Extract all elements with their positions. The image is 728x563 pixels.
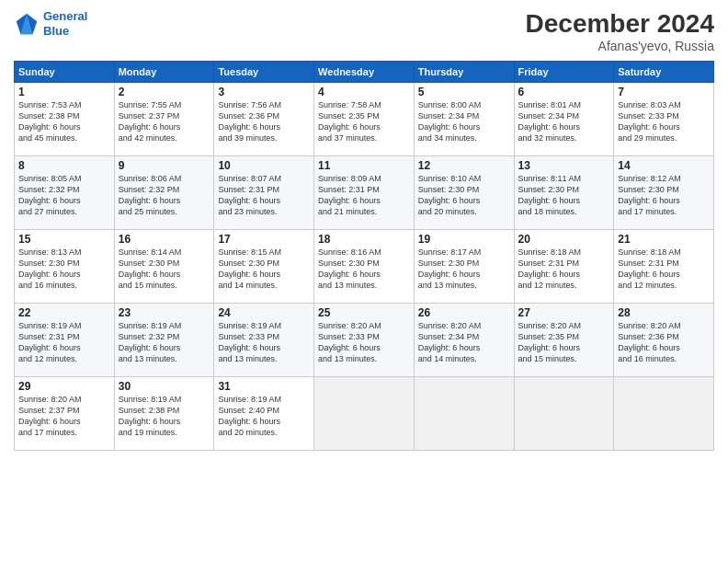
day-detail: Sunrise: 8:20 AM Sunset: 2:36 PM Dayligh…	[618, 320, 710, 365]
day-number: 2	[119, 86, 210, 98]
calendar-cell: 14Sunrise: 8:12 AM Sunset: 2:30 PM Dayli…	[614, 156, 714, 230]
day-number: 17	[218, 233, 310, 246]
day-number: 8	[18, 159, 110, 172]
logo-line1: General	[43, 9, 87, 23]
location: Afanas'yevo, Russia	[526, 39, 714, 53]
month-title: December 2024	[526, 9, 714, 39]
day-number: 7	[618, 86, 710, 98]
calendar-cell: 19Sunrise: 8:17 AM Sunset: 2:30 PM Dayli…	[414, 230, 514, 304]
header-tuesday: Tuesday	[214, 62, 314, 83]
day-number: 24	[218, 306, 310, 319]
calendar-cell: 17Sunrise: 8:15 AM Sunset: 2:30 PM Dayli…	[214, 230, 314, 304]
calendar-cell: 24Sunrise: 8:19 AM Sunset: 2:33 PM Dayli…	[214, 304, 314, 377]
header-saturday: Saturday	[614, 62, 714, 83]
day-detail: Sunrise: 8:20 AM Sunset: 2:35 PM Dayligh…	[518, 320, 610, 365]
header-thursday: Thursday	[414, 62, 514, 83]
calendar-cell	[414, 377, 514, 451]
calendar-cell: 21Sunrise: 8:18 AM Sunset: 2:31 PM Dayli…	[614, 230, 714, 304]
calendar-week-2: 8Sunrise: 8:05 AM Sunset: 2:32 PM Daylig…	[15, 156, 714, 230]
calendar-cell: 15Sunrise: 8:13 AM Sunset: 2:30 PM Dayli…	[15, 230, 115, 304]
day-detail: Sunrise: 8:18 AM Sunset: 2:31 PM Dayligh…	[518, 247, 610, 292]
day-detail: Sunrise: 8:19 AM Sunset: 2:33 PM Dayligh…	[218, 320, 310, 365]
calendar-cell: 26Sunrise: 8:20 AM Sunset: 2:34 PM Dayli…	[414, 304, 514, 377]
calendar-cell	[314, 377, 415, 451]
calendar-cell: 1Sunrise: 7:53 AM Sunset: 2:38 PM Daylig…	[15, 83, 115, 156]
day-detail: Sunrise: 8:11 AM Sunset: 2:30 PM Dayligh…	[518, 173, 610, 218]
day-detail: Sunrise: 8:09 AM Sunset: 2:31 PM Dayligh…	[318, 173, 410, 218]
calendar-cell: 5Sunrise: 8:00 AM Sunset: 2:34 PM Daylig…	[414, 83, 514, 156]
calendar-cell: 13Sunrise: 8:11 AM Sunset: 2:30 PM Dayli…	[514, 156, 614, 230]
day-number: 14	[618, 159, 710, 172]
header-sunday: Sunday	[15, 62, 115, 83]
day-number: 5	[418, 86, 510, 98]
day-number: 9	[119, 159, 210, 172]
day-detail: Sunrise: 8:17 AM Sunset: 2:30 PM Dayligh…	[418, 247, 510, 292]
day-number: 26	[418, 306, 510, 319]
day-detail: Sunrise: 7:55 AM Sunset: 2:37 PM Dayligh…	[119, 99, 210, 144]
day-number: 18	[318, 233, 410, 246]
calendar-table: Sunday Monday Tuesday Wednesday Thursday…	[14, 61, 714, 451]
day-detail: Sunrise: 8:10 AM Sunset: 2:30 PM Dayligh…	[418, 173, 510, 218]
day-detail: Sunrise: 8:07 AM Sunset: 2:31 PM Dayligh…	[218, 173, 310, 218]
calendar-cell: 12Sunrise: 8:10 AM Sunset: 2:30 PM Dayli…	[414, 156, 514, 230]
day-number: 16	[119, 233, 210, 246]
day-number: 11	[318, 159, 410, 172]
day-number: 13	[518, 159, 610, 172]
calendar-cell: 6Sunrise: 8:01 AM Sunset: 2:34 PM Daylig…	[514, 83, 614, 156]
day-detail: Sunrise: 8:19 AM Sunset: 2:31 PM Dayligh…	[18, 320, 110, 365]
day-number: 27	[518, 306, 610, 319]
day-number: 15	[18, 233, 110, 246]
calendar-cell: 7Sunrise: 8:03 AM Sunset: 2:33 PM Daylig…	[614, 83, 714, 156]
day-detail: Sunrise: 8:19 AM Sunset: 2:40 PM Dayligh…	[218, 394, 310, 439]
header-wednesday: Wednesday	[314, 62, 415, 83]
day-number: 3	[218, 86, 310, 98]
calendar-cell: 25Sunrise: 8:20 AM Sunset: 2:33 PM Dayli…	[314, 304, 415, 377]
day-detail: Sunrise: 8:19 AM Sunset: 2:32 PM Dayligh…	[119, 320, 210, 365]
day-detail: Sunrise: 8:20 AM Sunset: 2:34 PM Dayligh…	[418, 320, 510, 365]
calendar-body: 1Sunrise: 7:53 AM Sunset: 2:38 PM Daylig…	[15, 83, 714, 451]
day-number: 22	[18, 306, 110, 319]
header-monday: Monday	[114, 62, 214, 83]
calendar-cell: 31Sunrise: 8:19 AM Sunset: 2:40 PM Dayli…	[214, 377, 314, 451]
day-number: 23	[119, 306, 210, 319]
header-friday: Friday	[514, 62, 614, 83]
calendar-week-4: 22Sunrise: 8:19 AM Sunset: 2:31 PM Dayli…	[15, 304, 714, 377]
day-detail: Sunrise: 8:20 AM Sunset: 2:33 PM Dayligh…	[318, 320, 410, 365]
day-number: 10	[218, 159, 310, 172]
day-detail: Sunrise: 8:18 AM Sunset: 2:31 PM Dayligh…	[618, 247, 710, 292]
day-detail: Sunrise: 8:20 AM Sunset: 2:37 PM Dayligh…	[18, 394, 110, 439]
day-detail: Sunrise: 8:03 AM Sunset: 2:33 PM Dayligh…	[618, 99, 710, 144]
calendar-cell: 4Sunrise: 7:58 AM Sunset: 2:35 PM Daylig…	[314, 83, 415, 156]
day-number: 29	[18, 380, 110, 393]
calendar-week-1: 1Sunrise: 7:53 AM Sunset: 2:38 PM Daylig…	[15, 83, 714, 156]
day-detail: Sunrise: 7:58 AM Sunset: 2:35 PM Dayligh…	[318, 99, 410, 144]
day-number: 4	[318, 86, 410, 98]
calendar-week-5: 29Sunrise: 8:20 AM Sunset: 2:37 PM Dayli…	[15, 377, 714, 451]
calendar-cell	[614, 377, 714, 451]
day-detail: Sunrise: 7:53 AM Sunset: 2:38 PM Dayligh…	[18, 99, 110, 144]
logo-icon	[14, 11, 40, 37]
calendar-cell: 3Sunrise: 7:56 AM Sunset: 2:36 PM Daylig…	[214, 83, 314, 156]
header: General Blue December 2024 Afanas'yevo, …	[14, 9, 714, 53]
calendar-cell	[514, 377, 614, 451]
calendar-cell: 27Sunrise: 8:20 AM Sunset: 2:35 PM Dayli…	[514, 304, 614, 377]
day-number: 25	[318, 306, 410, 319]
day-number: 1	[18, 86, 110, 98]
day-detail: Sunrise: 8:16 AM Sunset: 2:30 PM Dayligh…	[318, 247, 410, 292]
day-number: 19	[418, 233, 510, 246]
page-container: General Blue December 2024 Afanas'yevo, …	[0, 0, 728, 455]
logo-line2: Blue	[43, 24, 69, 38]
logo: General Blue	[14, 9, 87, 38]
calendar-cell: 2Sunrise: 7:55 AM Sunset: 2:37 PM Daylig…	[114, 83, 214, 156]
calendar-cell: 8Sunrise: 8:05 AM Sunset: 2:32 PM Daylig…	[15, 156, 115, 230]
day-detail: Sunrise: 8:00 AM Sunset: 2:34 PM Dayligh…	[418, 99, 510, 144]
title-block: December 2024 Afanas'yevo, Russia	[526, 9, 714, 53]
calendar-week-3: 15Sunrise: 8:13 AM Sunset: 2:30 PM Dayli…	[15, 230, 714, 304]
calendar-cell: 23Sunrise: 8:19 AM Sunset: 2:32 PM Dayli…	[114, 304, 214, 377]
day-detail: Sunrise: 7:56 AM Sunset: 2:36 PM Dayligh…	[218, 99, 310, 144]
logo-text: General Blue	[43, 9, 87, 38]
day-number: 31	[218, 380, 310, 393]
day-detail: Sunrise: 8:05 AM Sunset: 2:32 PM Dayligh…	[18, 173, 110, 218]
calendar-cell: 9Sunrise: 8:06 AM Sunset: 2:32 PM Daylig…	[114, 156, 214, 230]
calendar-cell: 28Sunrise: 8:20 AM Sunset: 2:36 PM Dayli…	[614, 304, 714, 377]
